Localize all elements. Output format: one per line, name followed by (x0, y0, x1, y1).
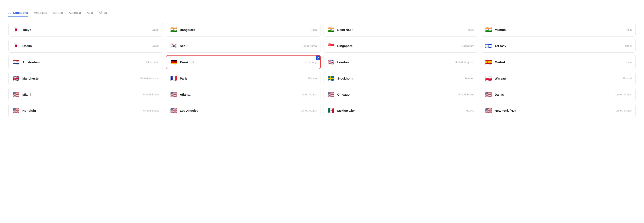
location-card-amsterdam[interactable]: 🇳🇱AmsterdamNetherlands (8, 55, 164, 69)
flag-telaviv: 🇮🇱 (485, 43, 492, 49)
country-name-losangeles: United States (300, 109, 317, 112)
flag-losangeles: 🇺🇸 (170, 107, 178, 114)
tab-asia[interactable]: Asia (87, 11, 93, 17)
city-name-frankfurt: Frankfurt (180, 60, 306, 64)
city-name-newyork: New York (NJ) (495, 109, 615, 112)
country-name-singapore: Singapore (462, 44, 474, 47)
city-name-bangalore: Bangalore (180, 28, 311, 31)
tab-europe[interactable]: Europe (53, 11, 63, 17)
city-name-osaka: Osaka (22, 44, 152, 48)
flag-seoul: 🇰🇷 (170, 43, 178, 49)
location-card-tokyo[interactable]: 🇯🇵TokyoJapan (8, 23, 164, 36)
flag-frankfurt: 🇩🇪 (170, 59, 178, 65)
city-name-singapore: Singapore (337, 44, 462, 48)
location-card-mexicocity[interactable]: 🇲🇽Mexico CityMexico (323, 104, 478, 117)
location-card-dallas[interactable]: 🇺🇸DallasUnited States (481, 88, 636, 101)
location-card-losangeles[interactable]: 🇺🇸Los AngelesUnited States (166, 104, 321, 117)
city-name-honolulu: Honolulu (22, 109, 143, 112)
country-name-seoul: South Korea (302, 44, 317, 47)
city-name-manchester: Manchester (22, 77, 140, 80)
location-card-frankfurt[interactable]: 🇩🇪FrankfurtGermany (166, 55, 321, 69)
country-name-manchester: United Kingdom (140, 77, 160, 80)
tab-australia[interactable]: Australia (69, 11, 81, 17)
city-name-chicago: Chicago (337, 93, 458, 96)
country-name-miami: United States (143, 93, 159, 96)
flag-madrid: 🇪🇸 (485, 59, 492, 65)
flag-bangalore: 🇮🇳 (170, 26, 178, 33)
city-name-mexicocity: Mexico City (337, 109, 466, 112)
country-name-osaka: Japan (152, 44, 159, 47)
location-card-atlanta[interactable]: 🇺🇸AtlantaUnited States (166, 88, 321, 101)
city-name-warsaw: Warsaw (495, 77, 623, 80)
location-card-chicago[interactable]: 🇺🇸ChicagoUnited States (323, 88, 478, 101)
country-name-honolulu: United States (143, 109, 159, 112)
location-card-telaviv[interactable]: 🇮🇱Tel AvivIsrael (481, 39, 636, 53)
city-name-paris: Paris (180, 77, 308, 80)
flag-honolulu: 🇺🇸 (12, 107, 20, 114)
location-card-warsaw[interactable]: 🇵🇱WarsawPoland (481, 72, 636, 85)
location-card-bangalore[interactable]: 🇮🇳BangaloreIndia (166, 23, 321, 36)
flag-stockholm: 🇸🇪 (327, 75, 335, 82)
country-name-tokyo: Japan (152, 28, 159, 31)
city-name-mumbai: Mumbai (495, 28, 626, 31)
flag-miami: 🇺🇸 (12, 91, 20, 98)
country-name-mexicocity: Mexico (466, 109, 474, 112)
tab-all[interactable]: All Locations (8, 11, 28, 17)
tab-africa[interactable]: Africa (99, 11, 107, 17)
country-name-warsaw: Poland (623, 77, 632, 80)
country-name-newyork: United States (615, 109, 632, 112)
location-card-seoul[interactable]: 🇰🇷SeoulSouth Korea (166, 39, 321, 53)
tab-bar: All LocationsAmericasEuropeAustraliaAsia… (8, 11, 636, 17)
country-name-bangalore: India (311, 28, 317, 31)
city-name-losangeles: Los Angeles (180, 109, 300, 112)
location-card-manchester[interactable]: 🇬🇧ManchesterUnited Kingdom (8, 72, 164, 85)
flag-mexicocity: 🇲🇽 (327, 107, 335, 114)
location-card-stockholm[interactable]: 🇸🇪StockholmSweden (323, 72, 478, 85)
location-card-singapore[interactable]: 🇸🇬SingaporeSingapore (323, 39, 478, 53)
flag-amsterdam: 🇳🇱 (12, 59, 20, 65)
flag-atlanta: 🇺🇸 (170, 91, 178, 98)
location-card-paris[interactable]: 🇫🇷ParisFrance (166, 72, 321, 85)
country-name-telaviv: Israel (625, 44, 632, 47)
location-card-delhi[interactable]: 🇮🇳Delhi NCRIndia (323, 23, 478, 36)
country-name-frankfurt: Germany (306, 60, 316, 64)
country-name-amsterdam: Netherlands (144, 60, 159, 64)
flag-dallas: 🇺🇸 (485, 91, 492, 98)
location-card-newyork[interactable]: 🇺🇸New York (NJ)United States (481, 104, 636, 117)
location-card-miami[interactable]: 🇺🇸MiamiUnited States (8, 88, 164, 101)
city-name-london: London (337, 60, 455, 64)
city-name-dallas: Dallas (495, 93, 615, 96)
city-name-stockholm: Stockholm (337, 77, 464, 80)
country-name-atlanta: United States (300, 93, 317, 96)
country-name-delhi: India (468, 28, 474, 31)
country-name-stockholm: Sweden (464, 77, 474, 80)
country-name-mumbai: India (626, 28, 632, 31)
flag-newyork: 🇺🇸 (485, 107, 492, 114)
country-name-madrid: Spain (625, 60, 632, 64)
flag-chicago: 🇺🇸 (327, 91, 335, 98)
country-name-paris: France (308, 77, 317, 80)
flag-tokyo: 🇯🇵 (12, 26, 20, 33)
flag-manchester: 🇬🇧 (12, 75, 20, 82)
flag-osaka: 🇯🇵 (12, 43, 20, 49)
location-card-madrid[interactable]: 🇪🇸MadridSpain (481, 55, 636, 69)
city-name-amsterdam: Amsterdam (22, 60, 144, 64)
flag-warsaw: 🇵🇱 (485, 75, 492, 82)
location-card-mumbai[interactable]: 🇮🇳MumbaiIndia (481, 23, 636, 36)
flag-paris: 🇫🇷 (170, 75, 178, 82)
country-name-dallas: United States (615, 93, 632, 96)
city-name-madrid: Madrid (495, 60, 625, 64)
flag-delhi: 🇮🇳 (327, 26, 335, 33)
country-name-london: United Kingdom (455, 60, 474, 64)
location-card-osaka[interactable]: 🇯🇵OsakaJapan (8, 39, 164, 53)
flag-mumbai: 🇮🇳 (485, 26, 492, 33)
location-card-honolulu[interactable]: 🇺🇸HonoluluUnited States (8, 104, 164, 117)
location-card-london[interactable]: 🇬🇧LondonUnited Kingdom (323, 55, 478, 69)
flag-london: 🇬🇧 (327, 59, 335, 65)
country-name-chicago: United States (458, 93, 474, 96)
city-name-miami: Miami (22, 93, 143, 96)
tab-americas[interactable]: Americas (34, 11, 47, 17)
city-name-seoul: Seoul (180, 44, 302, 48)
flag-singapore: 🇸🇬 (327, 43, 335, 49)
location-grid: 🇯🇵TokyoJapan🇮🇳BangaloreIndia🇮🇳Delhi NCRI… (8, 23, 636, 117)
